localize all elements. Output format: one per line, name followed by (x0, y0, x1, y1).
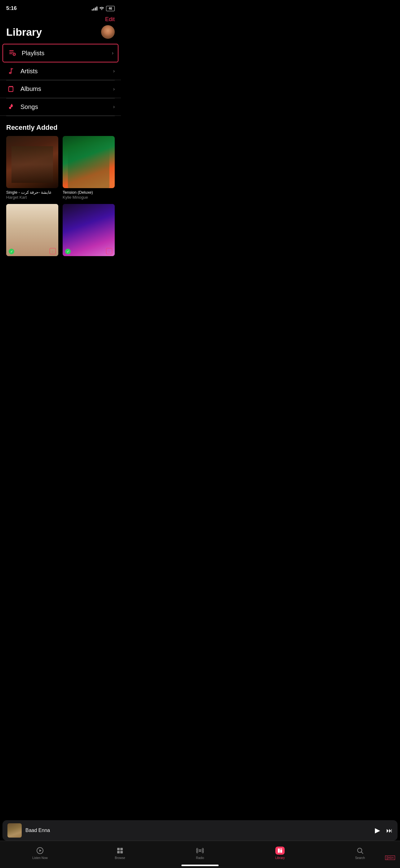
recently-added-header: Recently Added (0, 116, 121, 136)
harget-kart-title: Single - عايشة -حرقة كرت (6, 190, 58, 195)
library-item-artists[interactable]: Artists › (0, 62, 121, 80)
svg-rect-8 (9, 87, 13, 92)
album-item-beat-elissa[interactable]: بتمايل على الbeat elissa ✓ ↓ (63, 204, 115, 258)
status-time: 5:16 (6, 5, 17, 11)
wifi-icon (99, 6, 104, 11)
signal-bar-1 (92, 9, 93, 10)
album-item-elissa[interactable]: العقد ELISSA ✓ ↓ (6, 204, 58, 258)
avatar[interactable] (101, 25, 115, 39)
library-item-albums[interactable]: Albums › (0, 81, 121, 98)
album-item-harget-kart[interactable]: عايشة حرقة كرت HargetKart Single - عايشة… (6, 136, 58, 200)
artists-icon (6, 66, 16, 76)
svg-rect-0 (9, 50, 14, 51)
library-item-songs[interactable]: Songs › (0, 98, 121, 116)
status-icons: 46 (92, 6, 115, 11)
elissa-download-badge: ↓ (49, 248, 56, 254)
svg-marker-4 (14, 54, 15, 55)
album-cover-tension: TENSION Kylie (63, 136, 115, 188)
album-cover-elissa: العقد ELISSA ✓ ↓ (6, 204, 58, 256)
songs-label: Songs (21, 103, 113, 111)
title-row: Library (0, 25, 121, 44)
battery-icon: 46 (106, 6, 115, 11)
albums-icon (6, 84, 16, 94)
album-cover-beat: بتمايل على الbeat elissa ✓ ↓ (63, 204, 115, 256)
artists-chevron: › (113, 68, 115, 74)
library-list: Playlists › Artists › (0, 44, 121, 116)
playlists-label: Playlists (22, 50, 112, 57)
library-item-playlists[interactable]: Playlists › (2, 44, 119, 62)
signal-bar-4 (96, 6, 97, 10)
signal-bar-3 (95, 7, 96, 10)
svg-rect-2 (9, 53, 12, 54)
svg-rect-1 (9, 52, 14, 53)
playlists-chevron: › (112, 50, 113, 56)
page-title: Library (6, 26, 42, 38)
albums-label: Albums (21, 85, 113, 93)
songs-chevron: › (113, 104, 115, 110)
status-bar: 5:16 46 (0, 0, 121, 15)
album-cover-harget-kart: عايشة حرقة كرت HargetKart (6, 136, 58, 188)
album-grid: عايشة حرقة كرت HargetKart Single - عايشة… (0, 136, 121, 258)
signal-bar-2 (93, 8, 94, 10)
signal-icon (92, 6, 97, 10)
album-item-tension[interactable]: TENSION Kylie Tension (Deluxe) Kylie Min… (63, 136, 115, 200)
artists-label: Artists (21, 68, 113, 75)
harget-kart-artist: Harget Kart (6, 195, 58, 199)
playlists-icon (7, 48, 18, 58)
tension-title: Tension (Deluxe) (63, 190, 115, 195)
songs-icon (6, 102, 16, 112)
avatar-image (101, 25, 115, 39)
svg-point-6 (9, 72, 11, 73)
edit-button[interactable]: Edit (105, 16, 115, 23)
beat-download-badge: ↓ (106, 248, 112, 254)
tension-artist: Kylie Minogue (63, 195, 115, 199)
header: Edit (0, 15, 121, 25)
albums-chevron: › (113, 86, 115, 92)
